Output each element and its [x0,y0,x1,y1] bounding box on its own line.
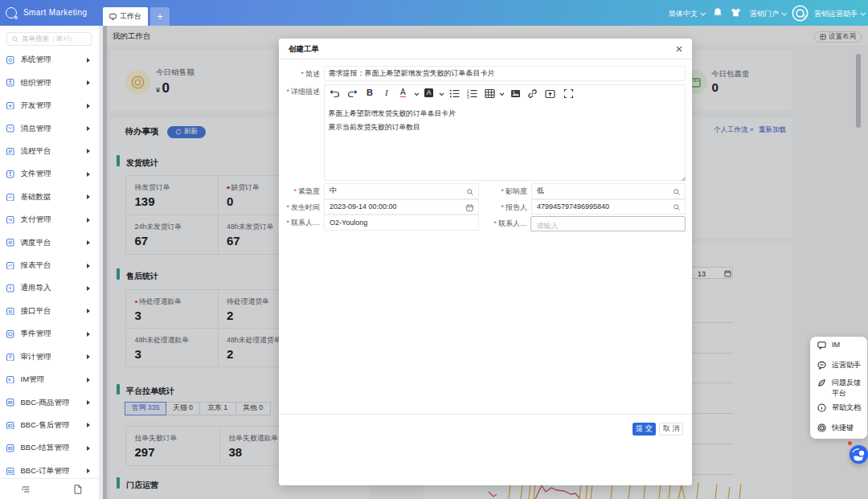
svg-text:3: 3 [467,96,469,100]
